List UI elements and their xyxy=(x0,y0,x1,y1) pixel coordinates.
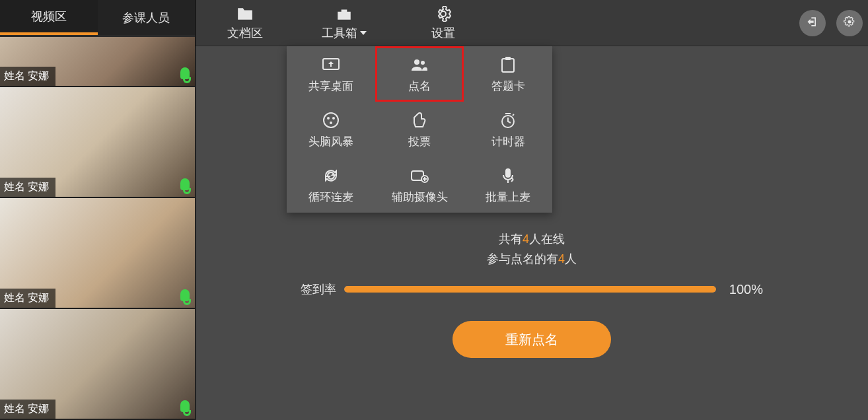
online-count: 4 xyxy=(523,232,529,246)
participant-name: 姓名 安娜 xyxy=(0,400,55,419)
button-label: 重新点名 xyxy=(505,331,558,349)
tool-label: 共享桌面 xyxy=(308,79,353,94)
svg-point-3 xyxy=(421,61,425,65)
gear-icon xyxy=(843,15,856,31)
batch-mic-icon xyxy=(501,166,515,186)
exit-icon xyxy=(806,15,819,31)
svg-rect-4 xyxy=(502,59,514,72)
settings-round-button[interactable] xyxy=(836,10,863,36)
tab-video-area[interactable]: 视频区 xyxy=(0,0,98,35)
tool-label: 辅助摄像头 xyxy=(392,190,448,205)
timer-icon xyxy=(499,110,517,130)
exit-button[interactable] xyxy=(799,10,826,36)
mic-on-icon xyxy=(180,289,190,301)
video-tile[interactable]: 姓名 安娜 xyxy=(0,87,195,198)
attendance-progress-row: 签到率 100% xyxy=(301,281,763,297)
tool-label: 投票 xyxy=(408,134,431,149)
tool-label: 循环连麦 xyxy=(308,190,353,205)
rotate-mic-icon xyxy=(322,166,340,186)
tools-dropdown: 共享桌面 点名 答题卡 头脑风暴 xyxy=(287,46,552,213)
main-area: 文档区 工具箱 设置 xyxy=(196,0,868,420)
tab-label: 视频区 xyxy=(31,9,67,24)
svg-point-2 xyxy=(414,59,419,65)
participant-name: 姓名 安娜 xyxy=(0,67,55,86)
tool-rotate-mic[interactable]: 循环连麦 xyxy=(287,157,375,213)
toolbox-icon xyxy=(336,5,353,22)
tab-label: 参课人员 xyxy=(122,10,170,26)
participant-name: 姓名 安娜 xyxy=(0,178,55,197)
gear-icon xyxy=(435,5,451,22)
vote-icon xyxy=(412,110,427,130)
responded-count-line: 参与点名的有4人 xyxy=(487,251,577,267)
top-toolbar: 文档区 工具箱 设置 xyxy=(196,0,868,46)
roll-call-icon xyxy=(410,55,429,75)
tool-batch-mic[interactable]: 批量上麦 xyxy=(464,157,552,213)
progress-fill xyxy=(344,286,716,293)
tool-brainstorm[interactable]: 头脑风暴 xyxy=(287,102,375,157)
svg-point-9 xyxy=(330,122,332,124)
participant-name: 姓名 安娜 xyxy=(0,289,55,308)
svg-point-7 xyxy=(327,117,330,120)
svg-rect-13 xyxy=(505,168,511,178)
brainstorm-icon xyxy=(322,110,340,130)
video-tile[interactable]: 姓名 安娜 xyxy=(0,37,195,87)
svg-point-6 xyxy=(324,113,338,127)
toolbar-label: 设置 xyxy=(431,25,455,41)
responded-count: 4 xyxy=(558,252,565,265)
tool-label: 点名 xyxy=(408,79,431,94)
tool-roll-call[interactable]: 点名 xyxy=(375,46,464,102)
svg-point-0 xyxy=(848,20,851,24)
left-tab-bar: 视频区 参课人员 xyxy=(0,0,195,37)
video-panel: 视频区 参课人员 姓名 安娜 姓名 安娜 姓名 安娜 xyxy=(0,0,196,420)
online-count-line: 共有4人在线 xyxy=(499,231,565,247)
toolbar-label: 文档区 xyxy=(227,25,263,41)
toolbar-settings[interactable]: 设置 xyxy=(394,0,493,46)
toolbar-label: 工具箱 xyxy=(322,25,357,41)
tool-label: 批量上麦 xyxy=(486,190,530,205)
toolbar-doc-area[interactable]: 文档区 xyxy=(196,0,295,46)
svg-rect-5 xyxy=(505,57,511,60)
app-root: 视频区 参课人员 姓名 安娜 姓名 安娜 姓名 安娜 xyxy=(0,0,868,420)
mic-on-icon xyxy=(180,400,190,412)
retry-rollcall-button[interactable]: 重新点名 xyxy=(452,321,611,358)
mic-on-icon xyxy=(180,67,190,79)
toolbar-tools[interactable]: 工具箱 xyxy=(295,0,394,46)
aux-camera-icon xyxy=(410,166,429,186)
mic-on-icon xyxy=(180,178,190,190)
tab-attendees[interactable]: 参课人员 xyxy=(98,0,196,35)
attendance-progress-bar xyxy=(344,286,716,293)
progress-percent: 100% xyxy=(729,282,763,297)
chevron-down-icon xyxy=(360,31,367,35)
video-tile[interactable]: 姓名 安娜 xyxy=(0,309,195,420)
folder-icon xyxy=(236,5,254,22)
video-tile[interactable]: 姓名 安娜 xyxy=(0,198,195,309)
tool-timer[interactable]: 计时器 xyxy=(464,102,552,157)
progress-label: 签到率 xyxy=(301,281,336,297)
video-list: 姓名 安娜 姓名 安娜 姓名 安娜 姓名 安娜 xyxy=(0,37,195,420)
tool-share-screen[interactable]: 共享桌面 xyxy=(287,46,375,102)
tool-label: 头脑风暴 xyxy=(308,134,353,149)
tool-label: 答题卡 xyxy=(491,79,525,94)
svg-point-8 xyxy=(332,117,335,120)
share-screen-icon xyxy=(322,55,340,75)
answer-card-icon xyxy=(500,55,516,75)
tool-label: 计时器 xyxy=(491,134,525,149)
tool-aux-camera[interactable]: 辅助摄像头 xyxy=(375,157,464,213)
tool-vote[interactable]: 投票 xyxy=(375,102,464,157)
tool-answer-card[interactable]: 答题卡 xyxy=(464,46,552,102)
